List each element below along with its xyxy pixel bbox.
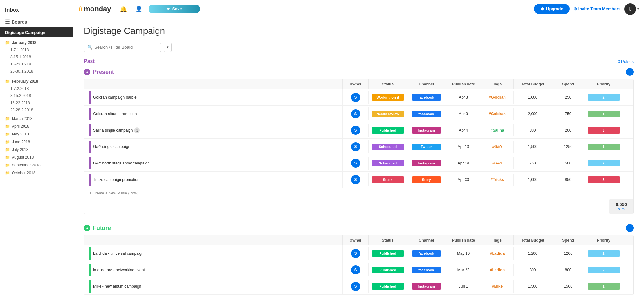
row-status-cell[interactable]: Scheduled — [369, 157, 407, 169]
future-row-priority-cell[interactable]: 2 — [584, 264, 623, 276]
status-pill[interactable]: Scheduled — [372, 160, 404, 166]
row-name[interactable]: Salina single campaign — [93, 128, 133, 133]
avatar-caret-icon[interactable]: ▾ — [637, 7, 639, 11]
future-channel-pill[interactable]: facebook — [412, 267, 441, 273]
future-row-name[interactable]: La di da - universal campaign — [93, 251, 144, 256]
row-channel-cell[interactable]: Twitter — [407, 141, 446, 153]
future-row-status-cell[interactable]: Published — [369, 264, 407, 276]
sidebar-month-march[interactable]: 📁 March 2018 — [0, 115, 73, 123]
row-priority-cell[interactable]: 3 — [584, 174, 623, 186]
invite-button[interactable]: ⊕ Invite Team Members — [573, 6, 620, 11]
channel-pill[interactable]: Story — [412, 176, 441, 183]
future-status-pill[interactable]: Published — [372, 283, 404, 290]
search-input[interactable] — [94, 45, 146, 50]
row-channel-cell[interactable]: facebook — [407, 108, 446, 120]
future-row-status-cell[interactable]: Published — [369, 280, 407, 293]
row-name[interactable]: G&Y single campaign — [93, 144, 130, 149]
priority-pill[interactable]: 1 — [588, 144, 620, 150]
row-priority-cell[interactable]: 1 — [584, 141, 623, 153]
sidebar-sub-jan-3[interactable]: 16-23.1.218 — [0, 61, 73, 68]
future-row-tag[interactable]: #Ladida — [490, 251, 505, 256]
future-status-pill[interactable]: Published — [372, 267, 404, 273]
channel-pill[interactable]: Twitter — [412, 144, 441, 150]
row-channel-cell[interactable]: Story — [407, 174, 446, 186]
status-pill[interactable]: Needs review — [372, 111, 404, 117]
sidebar-month-june[interactable]: 📁 June 2018 — [0, 138, 73, 146]
row-status-cell[interactable]: Working on it — [369, 91, 407, 104]
future-row-tag[interactable]: #Mike — [492, 284, 503, 289]
past-pulses[interactable]: 0 Pulses — [618, 59, 634, 64]
future-toggle-button[interactable]: ◂ — [84, 225, 90, 231]
future-row-channel-cell[interactable]: facebook — [407, 247, 446, 260]
row-name[interactable]: G&Y north stage show campaign — [93, 161, 149, 165]
row-priority-cell[interactable]: 3 — [584, 124, 623, 136]
future-add-button[interactable]: + — [626, 224, 634, 232]
row-status-cell[interactable]: Needs review — [369, 108, 407, 120]
future-row-name[interactable]: Mike - new album campaign — [93, 284, 141, 289]
future-priority-pill[interactable]: 2 — [588, 250, 620, 257]
sidebar-sub-feb-1[interactable]: 1-7.2.2018 — [0, 85, 73, 92]
future-row-status-cell[interactable]: Published — [369, 247, 407, 260]
row-name[interactable]: Goldran album promotion — [93, 112, 137, 116]
status-pill[interactable]: Stuck — [372, 176, 404, 183]
status-pill[interactable]: Scheduled — [372, 144, 404, 150]
status-pill[interactable]: Working on it — [372, 94, 404, 101]
channel-pill[interactable]: facebook — [412, 94, 441, 101]
sidebar-sub-jan-2[interactable]: 8-15.1.2018 — [0, 54, 73, 61]
sidebar-sub-jan-1[interactable]: 1-7.1.2018 — [0, 46, 73, 54]
future-priority-pill[interactable]: 1 — [588, 283, 620, 290]
future-row-priority-cell[interactable]: 2 — [584, 247, 623, 260]
channel-pill[interactable]: facebook — [412, 111, 441, 117]
row-channel-cell[interactable]: Instagram — [407, 124, 446, 136]
priority-pill[interactable]: 3 — [588, 176, 620, 183]
present-toggle-button[interactable]: ◂ — [84, 69, 90, 75]
future-row-channel-cell[interactable]: facebook — [407, 264, 446, 276]
present-create-row[interactable]: + Create a New Pulse (Row) — [84, 188, 633, 198]
future-row-tag[interactable]: #Ladida — [490, 268, 505, 272]
row-tag[interactable]: #G&Y — [492, 161, 503, 165]
future-channel-pill[interactable]: facebook — [412, 250, 441, 257]
row-status-cell[interactable]: Published — [369, 124, 407, 136]
future-row-name[interactable]: la di da pre - networking event — [93, 268, 145, 272]
channel-pill[interactable]: Instagram — [412, 127, 441, 134]
status-pill[interactable]: Published — [372, 127, 404, 134]
row-priority-cell[interactable]: 2 — [584, 91, 623, 104]
save-button[interactable]: ★ Save — [149, 5, 200, 13]
sidebar-month-september[interactable]: 📁 September 2018 — [0, 161, 73, 169]
row-priority-cell[interactable]: 1 — [584, 108, 623, 120]
sidebar-group-january-header[interactable]: 📁 January 2018 — [0, 39, 73, 46]
channel-pill[interactable]: Instagram — [412, 160, 441, 166]
row-status-cell[interactable]: Stuck — [369, 174, 407, 186]
future-row-channel-cell[interactable]: Instagram — [407, 280, 446, 293]
row-status-cell[interactable]: Scheduled — [369, 141, 407, 153]
sidebar-month-august[interactable]: 📁 August 2018 — [0, 154, 73, 161]
future-priority-pill[interactable]: 2 — [588, 267, 620, 273]
sidebar-sub-jan-4[interactable]: 23-30.1.2018 — [0, 68, 73, 75]
upgrade-button[interactable]: ⊕ Upgrade — [534, 4, 570, 14]
row-tag[interactable]: #Tricks — [491, 177, 504, 182]
future-row-priority-cell[interactable]: 1 — [584, 280, 623, 293]
future-channel-pill[interactable]: Instagram — [412, 283, 441, 290]
row-name[interactable]: Goldran campaign barbie — [93, 95, 137, 100]
row-channel-cell[interactable]: facebook — [407, 91, 446, 104]
row-name[interactable]: Tricks campaign promotion — [93, 177, 139, 182]
sidebar-month-october[interactable]: 📁 October 2018 — [0, 169, 73, 177]
row-tag[interactable]: #Goldran — [489, 95, 506, 100]
sidebar-sub-feb-3[interactable]: 16-23.2018 — [0, 99, 73, 106]
priority-pill[interactable]: 3 — [588, 127, 620, 134]
row-channel-cell[interactable]: Instagram — [407, 157, 446, 169]
row-tag[interactable]: #Goldran — [489, 112, 506, 116]
sidebar-active-board[interactable]: Digistage Campaign — [0, 27, 73, 37]
profile-button[interactable]: 👤 — [133, 3, 145, 15]
future-status-pill[interactable]: Published — [372, 250, 404, 257]
sidebar-sub-feb-2[interactable]: 8-15.2.2018 — [0, 92, 73, 99]
notifications-button[interactable]: 🔔 — [118, 3, 129, 15]
sidebar-inbox[interactable]: Inbox — [0, 0, 73, 16]
row-tag[interactable]: #Salina — [490, 128, 504, 133]
priority-pill[interactable]: 1 — [588, 111, 620, 117]
avatar-button[interactable]: U — [624, 3, 636, 15]
filter-dropdown-button[interactable]: ▾ — [164, 43, 172, 52]
sidebar-month-april[interactable]: 📁 April 2018 — [0, 123, 73, 130]
sidebar-boards-header[interactable]: ☰ Boards — [0, 16, 73, 27]
present-add-button[interactable]: + — [626, 68, 634, 76]
